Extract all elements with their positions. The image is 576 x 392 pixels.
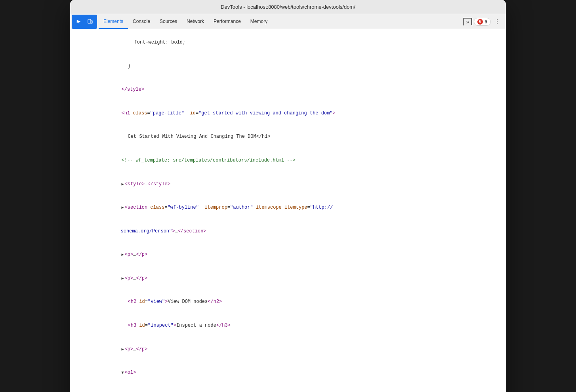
window-title: DevTools - localhost:8080/web/tools/chro… xyxy=(221,4,355,10)
dom-line[interactable]: Get Started With Viewing And Changing Th… xyxy=(70,125,506,149)
main-tab-bar: Elements Console Sources Network Perform… xyxy=(99,14,463,29)
inspect-device-icons xyxy=(72,15,97,29)
tab-sources[interactable]: Sources xyxy=(155,14,182,29)
dom-panel: font-weight: bold; } </style> <h1 class=… xyxy=(70,29,506,392)
tab-memory[interactable]: Memory xyxy=(246,14,272,29)
device-toolbar-button[interactable] xyxy=(84,16,95,27)
dom-line[interactable]: <!-- wf_template: src/templates/contribu… xyxy=(70,149,506,173)
dom-line[interactable]: <p>…</p> xyxy=(70,267,506,291)
toolbar: Elements Console Sources Network Perform… xyxy=(70,14,506,29)
dom-line[interactable]: <style>…</style> xyxy=(70,172,506,196)
dom-line[interactable]: } xyxy=(70,55,506,78)
dom-line[interactable]: <p>…</p> xyxy=(70,337,506,361)
dom-line[interactable]: <p>…</p> xyxy=(70,243,506,267)
svg-rect-0 xyxy=(88,19,91,23)
error-badge[interactable]: 6 6 xyxy=(474,18,491,26)
tab-console[interactable]: Console xyxy=(128,14,155,29)
dom-line[interactable]: <ol> xyxy=(70,361,506,385)
titlebar: DevTools - localhost:8080/web/tools/chro… xyxy=(70,0,506,14)
tab-performance[interactable]: Performance xyxy=(209,14,246,29)
more-tabs-button[interactable]: » xyxy=(463,18,473,26)
dom-line[interactable]: <h1 class="page-title" id="get_started_w… xyxy=(70,102,506,126)
dom-line[interactable]: </style> xyxy=(70,78,506,102)
error-icon: 6 xyxy=(477,19,483,25)
more-menu-button[interactable]: ⋮ xyxy=(492,17,502,27)
inspect-element-button[interactable] xyxy=(73,16,84,27)
toolbar-right: » 6 6 ⋮ xyxy=(463,17,504,27)
devtools-window: DevTools - localhost:8080/web/tools/chro… xyxy=(70,0,506,392)
tab-elements[interactable]: Elements xyxy=(99,14,128,29)
dom-line[interactable]: <section class="wf-byline" itemprop="aut… xyxy=(70,196,506,220)
dom-line[interactable]: <h3 id="inspect">Inspect a node</h3> xyxy=(70,314,506,338)
svg-rect-1 xyxy=(91,21,92,23)
devtools-main: font-weight: bold; } </style> <h1 class=… xyxy=(70,29,506,392)
dom-line[interactable]: <li> xyxy=(70,384,506,392)
dom-line[interactable]: <h2 id="view">View DOM nodes</h2> xyxy=(70,290,506,314)
dom-line[interactable]: font-weight: bold; xyxy=(70,31,506,55)
tab-network[interactable]: Network xyxy=(182,14,209,29)
dom-line-cont[interactable]: schema.org/Person">…</section> xyxy=(70,220,506,244)
error-count: 6 xyxy=(484,19,487,25)
